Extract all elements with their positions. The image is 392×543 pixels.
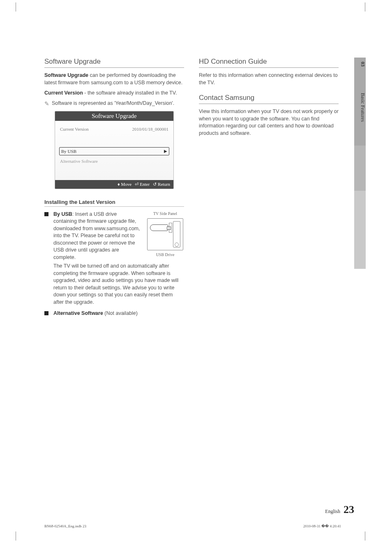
updown-icon: ♦	[118, 182, 120, 187]
figure-caption-bottom: USB Drive	[146, 252, 184, 258]
enter-icon: ⏎	[135, 182, 138, 187]
bullet-square-icon	[44, 311, 48, 315]
return-icon: ↺	[153, 182, 157, 187]
bullet-square-icon	[44, 212, 48, 216]
text-span: The TV will be turned off and on automat…	[53, 263, 184, 306]
panel-jack-icon	[175, 243, 179, 247]
text-span: - the software already installed in the …	[83, 90, 177, 96]
page: 03 Basic Features Software Upgrade Softw…	[20, 12, 366, 531]
osd-value: 2010/01/18_000001	[132, 127, 168, 132]
nav-label: Return	[158, 182, 170, 187]
usb-diagram	[147, 218, 183, 250]
nav-label: Move	[121, 182, 132, 187]
panel-port-icon	[169, 223, 172, 233]
hd-connection-description: Refer to this information when connectin…	[199, 72, 339, 86]
content: Software Upgrade Software Upgrade can be…	[44, 58, 366, 321]
osd-nav-footer: ♦Move ⏎Enter ↺Return	[55, 180, 173, 189]
play-arrow-icon: ▶	[164, 149, 167, 154]
section-title-contact-samsung: Contact Samsung	[199, 94, 339, 104]
page-number: 23	[344, 504, 354, 516]
bullet-text: Alternative Software (Not available)	[53, 310, 184, 317]
subheading-installing: Installing the Latest Version	[44, 199, 184, 207]
bullet-alternative-software: Alternative Software (Not available)	[44, 310, 184, 317]
osd-nav-return: ↺Return	[153, 182, 170, 187]
osd-label: Alternative Software	[60, 159, 98, 164]
note-text: Software is represented as 'Year/Month/D…	[52, 100, 174, 106]
page-number-footer: English 23	[325, 504, 354, 516]
osd-body: Current Version 2010/01/18_000001 By USB…	[55, 121, 173, 168]
contact-samsung-description: View this information when your TV does …	[199, 108, 339, 137]
osd-row-by-usb[interactable]: By USB ▶	[59, 147, 169, 155]
current-version-description: Current Version - the software already i…	[44, 90, 184, 97]
bold-span: Alternative Software	[53, 310, 103, 316]
nav-label: Enter	[140, 182, 150, 187]
crop-mark	[16, 531, 20, 541]
osd-title: Software Upgrade	[55, 111, 173, 121]
osd-nav-move: ♦Move	[118, 182, 131, 187]
note: ✎ Software is represented as 'Year/Month…	[44, 100, 184, 107]
osd-row-alternative-software: Alternative Software	[59, 157, 169, 165]
column-right: HD Connection Guide Refer to this inform…	[199, 58, 339, 321]
text-span: : Insert a USB drive containing the firm…	[53, 211, 140, 260]
figure-caption-top: TV Side Panel	[146, 211, 184, 217]
usb-drive-icon	[150, 224, 168, 231]
text-span: (Not available)	[103, 310, 138, 316]
figure-usb: TV Side Panel USB Drive	[146, 211, 184, 261]
note-icon: ✎	[44, 100, 49, 107]
osd-panel: Software Upgrade Current Version 2010/01…	[55, 111, 174, 189]
osd-label: By USB	[61, 149, 76, 154]
osd-label: Current Version	[60, 127, 89, 132]
bullet-by-usb: By USB: Insert a USB drive containing th…	[44, 211, 184, 306]
column-left: Software Upgrade Software Upgrade can be…	[44, 58, 184, 321]
crop-mark	[16, 2, 20, 12]
software-upgrade-description: Software Upgrade can be performed by dow…	[44, 72, 184, 86]
bold-span: By USB	[53, 211, 72, 217]
section-title-software-upgrade: Software Upgrade	[44, 58, 184, 68]
meta-timestamp: 2010-08-31 �� 4:20:41	[303, 524, 341, 528]
osd-nav-enter: ⏎Enter	[135, 182, 150, 187]
page-language: English	[325, 508, 340, 515]
bold-span: Current Version	[44, 90, 83, 96]
meta-filename: BN68-02540A_Eng.indb 23	[44, 524, 86, 528]
crop-mark	[365, 531, 369, 541]
bold-span: Software Upgrade	[44, 72, 88, 78]
crop-mark	[365, 2, 369, 12]
bullet-text: By USB: Insert a USB drive containing th…	[53, 211, 184, 306]
print-meta-footer: BN68-02540A_Eng.indb 23 2010-08-31 �� 4:…	[44, 524, 341, 528]
osd-row-current-version: Current Version 2010/01/18_000001	[59, 125, 169, 133]
section-title-hd-connection: HD Connection Guide	[199, 58, 339, 68]
